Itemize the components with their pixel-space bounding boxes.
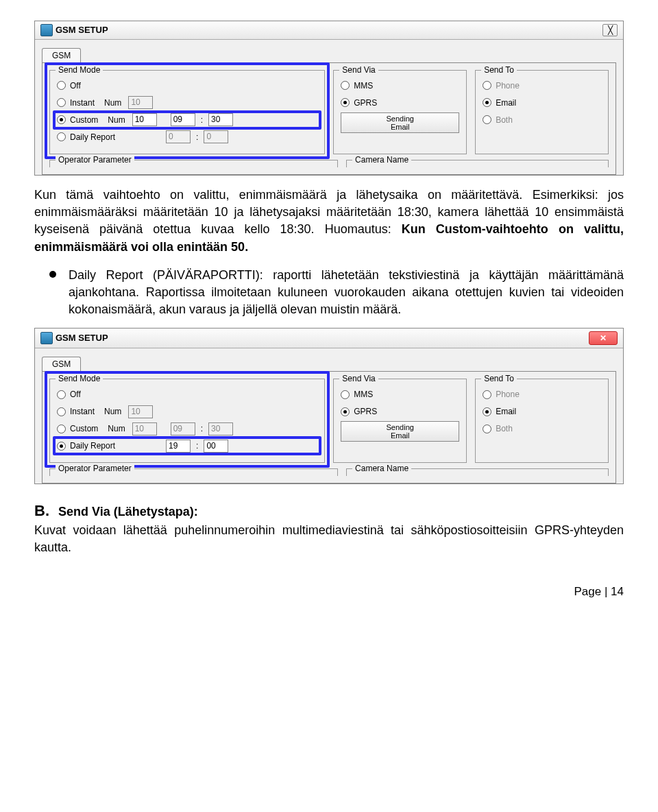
radio-off[interactable]	[57, 81, 66, 90]
label-num2: Num	[108, 423, 125, 435]
group-op-param: Operator Parameter	[49, 468, 338, 476]
input-daily-h[interactable]: 19	[166, 440, 191, 453]
tab-gsm[interactable]: GSM	[42, 48, 81, 63]
label-num2: Num	[108, 115, 125, 126]
colon: :	[201, 115, 203, 126]
label-phone: Phone	[496, 80, 520, 92]
radio-phone[interactable]	[483, 81, 491, 90]
app-icon	[40, 332, 53, 344]
bullet-icon	[49, 271, 56, 278]
input-instant-num[interactable]: 10	[128, 405, 153, 418]
label-email: Email	[496, 406, 516, 418]
section-letter: B.	[34, 502, 49, 519]
label-gprs: GPRS	[354, 406, 377, 418]
radio-custom[interactable]	[57, 115, 66, 124]
legend-send-mode: Send Mode	[56, 64, 103, 76]
input-custom-m[interactable]: 30	[208, 113, 233, 126]
btn-line1: Sending	[347, 115, 453, 123]
legend-send-mode: Send Mode	[56, 373, 103, 385]
radio-custom[interactable]	[57, 425, 66, 433]
bullet-item: Daily Report (PÄIVÄRAPORTTI): raportti l…	[34, 267, 624, 319]
page-footer: Page | 14	[34, 584, 624, 600]
app-icon	[40, 24, 53, 36]
label-off: Off	[70, 80, 81, 92]
legend-send-to: Send To	[481, 64, 517, 76]
screenshot-2: GSM SETUP ✕ GSM Send Mode Off Instant Nu	[34, 328, 624, 484]
label-both: Both	[496, 115, 513, 126]
colon: :	[196, 440, 198, 452]
input-daily-m[interactable]: 0	[204, 130, 228, 143]
group-send-to: Send To Phone Email Both	[475, 379, 609, 463]
sending-email-button[interactable]: Sending Email	[341, 421, 459, 442]
tab-body: Send Mode Off Instant Num 10 Custom	[42, 371, 616, 483]
radio-off[interactable]	[57, 390, 66, 399]
radio-phone[interactable]	[483, 390, 491, 399]
group-camera-name: Camera Name	[346, 468, 609, 476]
legend-camera-name: Camera Name	[352, 154, 411, 166]
btn-line2: Email	[347, 123, 453, 131]
btn-line2: Email	[347, 431, 453, 440]
btn-line1: Sending	[347, 423, 453, 431]
label-mms: MMS	[354, 80, 373, 92]
label-daily: Daily Report	[70, 440, 115, 452]
close-icon[interactable]: ╳	[602, 24, 618, 36]
input-instant-num[interactable]: 10	[128, 96, 153, 109]
radio-both[interactable]	[483, 425, 491, 433]
colon: :	[201, 423, 203, 435]
tab-body: Send Mode Off Instant Num 10	[42, 62, 616, 175]
label-off: Off	[70, 389, 81, 401]
legend-op-param: Operator Parameter	[56, 154, 134, 166]
label-mms: MMS	[354, 389, 373, 401]
radio-mms[interactable]	[341, 81, 350, 90]
label-custom: Custom	[70, 423, 98, 435]
input-custom-h[interactable]: 09	[171, 422, 195, 435]
titlebar: GSM SETUP ✕	[35, 329, 623, 348]
input-custom-num[interactable]: 10	[132, 113, 157, 126]
label-custom: Custom	[70, 115, 98, 126]
legend-send-via: Send Via	[339, 64, 378, 76]
label-phone: Phone	[496, 389, 520, 401]
input-custom-m[interactable]: 30	[208, 422, 233, 435]
group-op-param: Operator Parameter	[49, 160, 338, 167]
colon: :	[196, 132, 198, 143]
label-instant: Instant	[70, 406, 95, 418]
sending-email-button[interactable]: Sending Email	[341, 112, 459, 133]
bullet-text: Daily Report (PÄIVÄRAPORTTI): raportti l…	[69, 267, 624, 319]
group-send-to: Send To Phone Email Both	[475, 70, 609, 154]
radio-gprs[interactable]	[341, 98, 350, 107]
radio-mms[interactable]	[341, 390, 350, 399]
tab-gsm[interactable]: GSM	[42, 357, 81, 372]
input-custom-num[interactable]: 10	[132, 422, 157, 435]
radio-email[interactable]	[483, 407, 491, 416]
close-icon[interactable]: ✕	[589, 331, 618, 345]
label-both: Both	[496, 423, 513, 435]
label-num1: Num	[104, 97, 121, 109]
group-send-mode: Send Mode Off Instant Num 10	[49, 70, 325, 154]
client-area: GSM Send Mode Off Instant Num 10	[35, 348, 623, 483]
radio-daily[interactable]	[57, 132, 66, 141]
input-daily-m[interactable]: 00	[204, 440, 228, 453]
radio-daily[interactable]	[57, 442, 66, 451]
radio-instant[interactable]	[57, 98, 66, 107]
input-daily-h[interactable]: 0	[166, 130, 191, 143]
label-instant: Instant	[70, 97, 95, 109]
section-body: Kuvat voidaan lähettää puhelinnumeroihin…	[34, 523, 624, 554]
input-custom-h[interactable]: 09	[171, 113, 195, 126]
legend-op-param: Operator Parameter	[56, 463, 134, 475]
legend-send-to: Send To	[481, 373, 517, 385]
legend-camera-name: Camera Name	[352, 463, 411, 475]
group-send-mode: Send Mode Off Instant Num 10 Custom	[49, 379, 325, 463]
window-title: GSM SETUP	[56, 24, 602, 36]
group-send-via: Send Via MMS GPRS Sending Email	[333, 70, 467, 154]
radio-instant[interactable]	[57, 407, 66, 416]
radio-gprs[interactable]	[341, 407, 350, 416]
label-email: Email	[496, 97, 516, 109]
radio-both[interactable]	[483, 115, 491, 124]
legend-send-via: Send Via	[339, 373, 378, 385]
group-camera-name: Camera Name	[346, 160, 609, 167]
label-num1: Num	[104, 406, 121, 418]
label-gprs: GPRS	[354, 97, 377, 109]
titlebar: GSM SETUP ╳	[35, 21, 623, 40]
radio-email[interactable]	[483, 98, 491, 107]
label-daily: Daily Report	[70, 132, 115, 143]
